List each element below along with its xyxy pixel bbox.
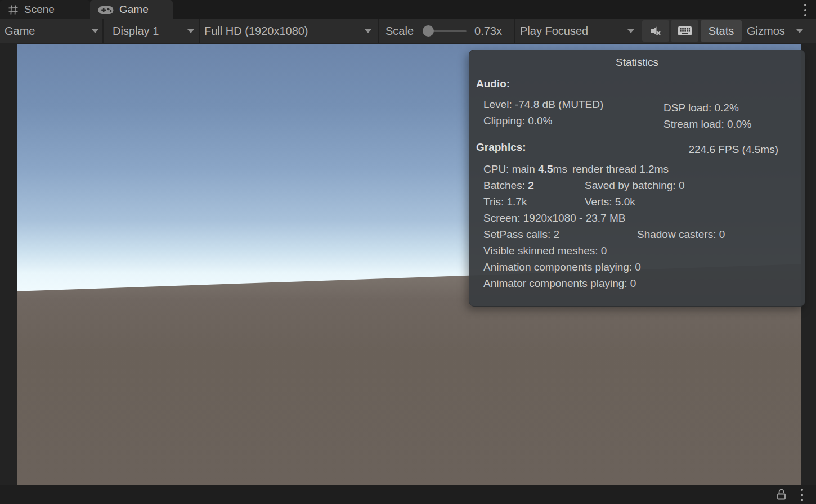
lock-open-icon (775, 488, 788, 501)
mute-audio-button[interactable] (642, 20, 669, 42)
stats-button-label: Stats (709, 25, 734, 38)
cpu-line: CPU: main 4.5msrender thread 1.2ms (483, 161, 725, 177)
tab-scene[interactable]: Scene (0, 0, 90, 19)
saved-by-batching: Saved by batching: 0 (585, 179, 684, 191)
scale-slider-track (433, 30, 467, 32)
statistics-title: Statistics (469, 56, 805, 69)
toolbar-separator (102, 19, 104, 43)
tab-bar-menu-icon[interactable] (801, 4, 809, 16)
chevron-down-icon (91, 29, 99, 33)
fps-readout: 224.6 FPS (4.5ms) (689, 143, 778, 156)
animator-components: Animator components playing: 0 (483, 275, 725, 291)
visible-skinned-meshes: Visible skinned meshes: 0 (483, 242, 725, 259)
speaker-muted-icon (649, 25, 662, 37)
graphics-section-header: Graphics: (476, 141, 526, 154)
focus-mode-label: Play Focused (520, 25, 588, 38)
toolbar-separator (514, 19, 515, 43)
audio-stats-right: DSP load: 0.2% Stream load: 0.0% (663, 100, 751, 132)
batches-line: Batches: 2Saved by batching: 0 (483, 177, 725, 194)
display-dropdown[interactable]: Display 1 (113, 19, 195, 43)
setpass-line: SetPass calls: 2Shadow casters: 0 (483, 226, 725, 242)
shadow-casters: Shadow casters: 0 (637, 228, 725, 240)
gizmos-label: Gizmos (747, 25, 785, 38)
tab-bar: Scene Game (0, 0, 816, 19)
unity-game-view-window: Scene Game Game Display 1 (0, 0, 816, 504)
view-mode-label: Game (5, 25, 35, 38)
chevron-down-icon (627, 29, 635, 33)
verts: Verts: 5.0k (585, 196, 635, 208)
toolbar-separator (199, 19, 200, 43)
stats-toggle-button[interactable]: Stats (701, 20, 742, 42)
focus-mode-dropdown[interactable]: Play Focused (520, 19, 635, 43)
audio-clipping: Clipping: 0.0% (483, 112, 603, 129)
lock-toggle[interactable] (775, 488, 789, 501)
scale-label: Scale (385, 25, 414, 38)
status-bar-menu-icon[interactable] (798, 489, 806, 501)
tab-scene-label: Scene (24, 3, 55, 16)
game-view-toolbar: Game Display 1 Full HD (1920x1080) Scale… (0, 19, 816, 43)
keyboard-icon (678, 26, 692, 36)
animation-components: Animation components playing: 0 (483, 259, 725, 275)
display-label: Display 1 (113, 25, 159, 38)
scale-slider[interactable] (423, 25, 467, 37)
resolution-label: Full HD (1920x1080) (204, 25, 308, 38)
chevron-down-icon (187, 29, 195, 33)
audio-dsp-load: DSP load: 0.2% (663, 100, 751, 116)
audio-level: Level: -74.8 dB (MUTED) (483, 96, 603, 112)
scale-group: Scale 0.73x (385, 19, 502, 43)
toolbar-separator (378, 19, 379, 43)
tris: Tris: 1.7k (483, 194, 585, 210)
audio-section-header: Audio: (476, 78, 510, 90)
statistics-overlay: Statistics Audio: Level: -74.8 dB (MUTED… (469, 50, 805, 307)
audio-stats-left: Level: -74.8 dB (MUTED) Clipping: 0.0% (483, 96, 603, 129)
keyboard-shortcuts-button[interactable] (671, 20, 698, 42)
gizmos-separator (791, 25, 791, 37)
status-bar (0, 485, 816, 504)
audio-stream-load: Stream load: 0.0% (663, 116, 751, 132)
gizmos-dropdown[interactable]: Gizmos (747, 19, 804, 43)
chevron-down-icon (796, 29, 804, 33)
chevron-down-icon (364, 29, 372, 33)
setpass-calls: SetPass calls: 2 (483, 226, 637, 242)
tris-verts-line: Tris: 1.7kVerts: 5.0k (483, 194, 725, 210)
gamepad-icon (98, 5, 114, 15)
resolution-dropdown[interactable]: Full HD (1920x1080) (204, 19, 372, 43)
scene-grid-icon (8, 4, 19, 15)
tab-game-label: Game (119, 3, 149, 16)
tab-game[interactable]: Game (90, 0, 173, 19)
scale-slider-knob[interactable] (423, 25, 434, 37)
screen-line: Screen: 1920x1080 - 23.7 MB (483, 210, 725, 226)
view-mode-dropdown[interactable]: Game (5, 19, 99, 43)
scale-value: 0.73x (474, 25, 502, 38)
graphics-stats: CPU: main 4.5msrender thread 1.2ms Batch… (483, 161, 725, 291)
